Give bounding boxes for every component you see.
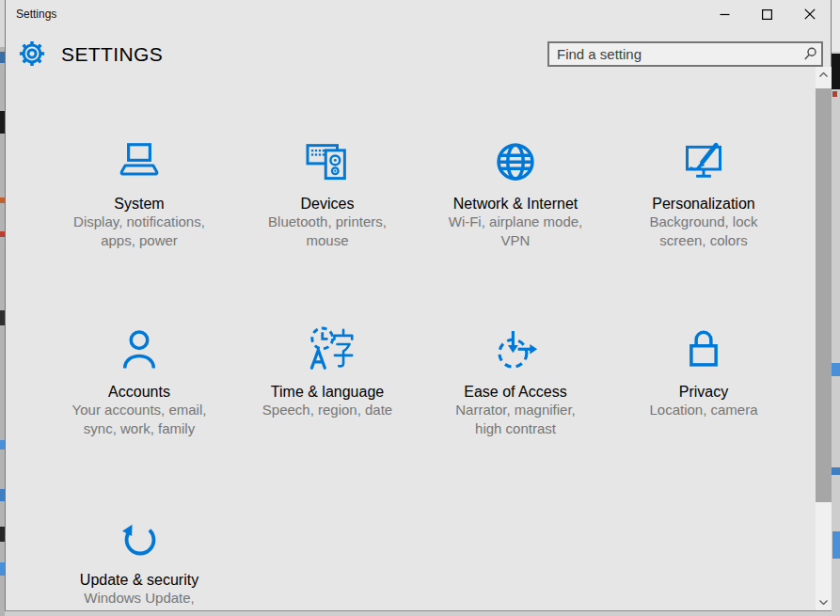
- scroll-down-button[interactable]: [816, 594, 832, 610]
- desktop-fragment: [832, 54, 840, 89]
- scrollbar-thumb[interactable]: [816, 88, 832, 502]
- padlock-icon: [676, 322, 731, 380]
- page-title: SETTINGS: [61, 43, 163, 66]
- network-tile[interactable]: Network & Internet Wi-Fi, airplane mode,…: [421, 120, 610, 308]
- minimize-button[interactable]: [704, 0, 746, 28]
- desktop-fragment: [832, 363, 840, 376]
- accounts-tile[interactable]: Accounts Your accounts, email, sync, wor…: [45, 308, 233, 497]
- tile-subtitle: high contrast: [475, 419, 556, 438]
- desktop-fragment: [832, 531, 840, 559]
- window-title: Settings: [16, 8, 56, 21]
- search-input[interactable]: [547, 41, 823, 67]
- tile-subtitle: Background, lock: [649, 213, 757, 231]
- tile-title: System: [114, 196, 164, 213]
- gear-icon: [18, 39, 46, 68]
- tile-subtitle: mouse: [306, 231, 348, 250]
- tile-subtitle: Display, notifications,: [73, 213, 205, 231]
- desktop-fragment: [832, 467, 840, 475]
- globe-icon: [488, 134, 543, 192]
- tile-title: Accounts: [108, 384, 170, 401]
- tile-title: Network & Internet: [453, 196, 578, 213]
- search-icon[interactable]: [803, 47, 817, 61]
- minimize-icon: [720, 9, 730, 20]
- tile-subtitle: Wi-Fi, airplane mode,: [449, 213, 583, 231]
- chevron-up-icon: [819, 72, 828, 77]
- close-icon: [804, 8, 816, 20]
- monitor-pen-icon: [676, 134, 731, 192]
- laptop-icon: [112, 134, 166, 192]
- refresh-arrow-icon: [112, 510, 166, 568]
- tile-title: Devices: [301, 196, 355, 213]
- scrollbar-track[interactable]: [816, 83, 832, 594]
- maximize-icon: [762, 9, 772, 20]
- titlebar: Settings: [6, 0, 831, 30]
- maximize-button[interactable]: [746, 0, 788, 28]
- tile-subtitle: Your accounts, email,: [72, 401, 207, 419]
- tile-title: Update & security: [80, 572, 198, 589]
- tile-title: Personalization: [652, 196, 754, 213]
- search-box: [547, 41, 823, 67]
- window-controls: [704, 0, 831, 28]
- devices-tile[interactable]: Devices Bluetooth, printers, mouse: [233, 120, 421, 308]
- tile-title: Ease of Access: [464, 384, 566, 401]
- tile-subtitle: apps, power: [101, 231, 178, 250]
- dashed-circle-arrows-icon: [488, 322, 543, 380]
- settings-window: Settings SETTIN: [5, 0, 832, 611]
- ease-of-access-tile[interactable]: Ease of Access Narrator, magnifier, high…: [421, 308, 610, 497]
- tile-subtitle: sync, work, family: [84, 419, 195, 438]
- close-button[interactable]: [788, 0, 831, 28]
- scroll-up-button[interactable]: [816, 67, 832, 83]
- settings-tiles-grid: System Display, notifications, apps, pow…: [45, 120, 798, 611]
- update-security-tile[interactable]: Update & security Windows Update,: [45, 497, 233, 616]
- tile-title: Time & language: [271, 384, 384, 401]
- person-icon: [112, 322, 166, 380]
- desktop-fragment: [832, 0, 840, 52]
- desktop-fragment: [832, 91, 837, 97]
- keyboard-speaker-icon: [300, 134, 355, 192]
- tile-subtitle: Windows Update,: [84, 589, 195, 608]
- time-language-tile[interactable]: Time & language Speech, region, date: [233, 308, 421, 497]
- clock-language-icon: [300, 322, 355, 380]
- system-tile[interactable]: System Display, notifications, apps, pow…: [45, 120, 233, 308]
- tile-subtitle: screen, colors: [659, 231, 747, 250]
- chevron-down-icon: [819, 600, 828, 605]
- desktop-sliver-right: [832, 0, 840, 616]
- personalization-tile[interactable]: Personalization Background, lock screen,…: [610, 120, 798, 308]
- tile-subtitle: VPN: [501, 231, 531, 250]
- privacy-tile[interactable]: Privacy Location, camera: [610, 308, 798, 497]
- tile-title: Privacy: [679, 384, 728, 401]
- tile-subtitle: Location, camera: [649, 401, 757, 419]
- vertical-scrollbar: [816, 67, 832, 610]
- tile-subtitle: Speech, region, date: [262, 401, 392, 419]
- tile-subtitle: Narrator, magnifier,: [455, 401, 576, 419]
- tile-subtitle: Bluetooth, printers,: [268, 213, 387, 231]
